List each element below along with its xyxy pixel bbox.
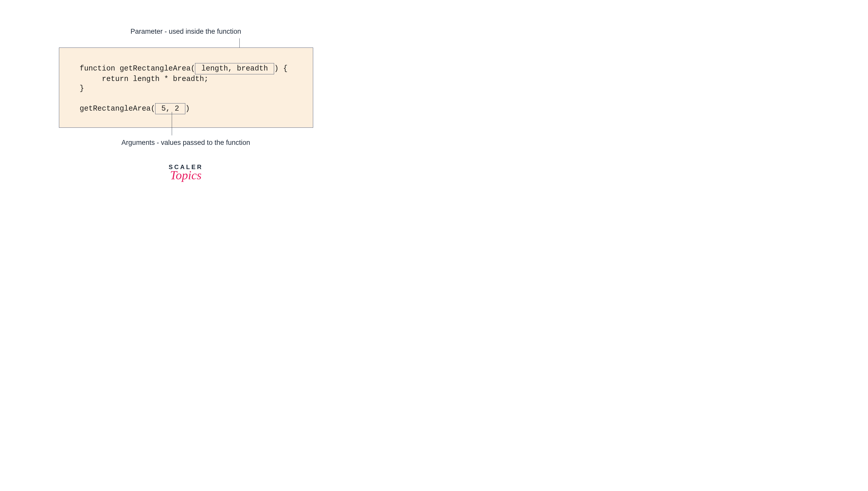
arguments-connector-line <box>172 112 172 135</box>
code-line1-before: function getRectangleArea( <box>80 64 195 73</box>
code-line4-after: ) <box>185 105 190 113</box>
code-line3: } <box>80 84 84 93</box>
code-content: function getRectangleArea( length, bread… <box>80 63 292 114</box>
arguments-label: Arguments - values passed to the functio… <box>0 139 372 147</box>
arguments-highlight-box: 5, 2 <box>155 103 185 114</box>
scaler-topics-logo: SCALER Topics <box>0 164 372 181</box>
logo-topics-text: Topics <box>0 170 372 181</box>
code-line1-after: ) { <box>274 64 287 73</box>
code-line2: return length * breadth; <box>80 75 209 83</box>
parameter-label: Parameter - used inside the function <box>0 28 372 35</box>
parameters-highlight-box: length, breadth <box>195 63 274 74</box>
code-line4-before: getRectangleArea( <box>80 105 155 113</box>
code-block: function getRectangleArea( length, bread… <box>59 48 313 128</box>
